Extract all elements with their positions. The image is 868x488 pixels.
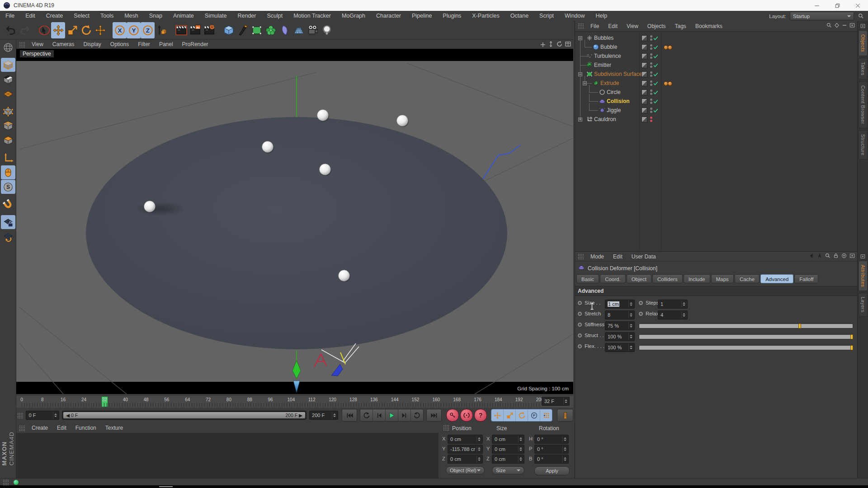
om-menu-bookmarks[interactable]: Bookmarks	[691, 22, 727, 31]
add-primitive-button[interactable]	[222, 22, 236, 38]
command-search-icon[interactable]	[858, 13, 864, 19]
simulation-button[interactable]: S	[1, 180, 15, 194]
viewport-orbit-icon[interactable]	[556, 41, 563, 49]
field-stepper[interactable]	[518, 446, 523, 453]
visibility-dot-editor[interactable]	[650, 53, 652, 56]
autokeying-button[interactable]	[460, 409, 473, 422]
restore-button[interactable]	[827, 0, 848, 11]
panel-grip[interactable]	[578, 23, 584, 29]
menu-render[interactable]: Render	[232, 11, 261, 21]
sphere-blue-icon[interactable]	[592, 43, 599, 51]
object-row-circle[interactable]: Circle	[575, 88, 857, 97]
enabled-check-icon[interactable]	[653, 53, 659, 59]
anim-ring[interactable]	[578, 301, 582, 305]
field-stepper[interactable]	[476, 446, 481, 453]
menu-x-particles[interactable]: X-Particles	[467, 11, 505, 21]
viewport-zoom-icon[interactable]	[547, 41, 554, 49]
planar-workplane-button[interactable]	[1, 230, 15, 244]
am-target-icon[interactable]	[841, 253, 847, 261]
coordinate-system-button[interactable]	[155, 22, 169, 38]
visibility-dot-editor[interactable]	[650, 35, 652, 38]
om-menu-view[interactable]: View	[622, 22, 643, 31]
enabled-check-icon[interactable]	[653, 98, 659, 104]
object-row-bubble[interactable]: Bubble	[575, 42, 857, 52]
object-row-turbulence[interactable]: Turbulence	[575, 52, 857, 61]
layer-toggle[interactable]	[642, 62, 647, 68]
modifiers-button[interactable]	[264, 22, 278, 38]
light-button[interactable]	[320, 22, 334, 38]
extrude-green-icon[interactable]	[592, 80, 599, 87]
om-menu-file[interactable]: File	[586, 22, 604, 31]
panel-grip[interactable]	[19, 42, 25, 47]
coords-field-rotation-p[interactable]: 0 °	[534, 445, 569, 454]
field-stepper[interactable]	[681, 311, 686, 319]
current-frame-field[interactable]: 32 F	[542, 397, 570, 406]
menu-octane[interactable]: Octane	[505, 11, 534, 21]
circle-spline-icon[interactable]	[599, 89, 606, 96]
om-menu-tags[interactable]: Tags	[670, 22, 691, 31]
tab-colliders[interactable]: Colliders	[652, 274, 683, 283]
workplane-mode-button[interactable]	[1, 87, 15, 101]
jiggle-purple-icon[interactable]	[599, 107, 606, 114]
timeline-ruler[interactable]: 0816243240485664728088961041121201281361…	[16, 396, 573, 408]
tab-maps[interactable]: Maps	[711, 274, 734, 283]
tab-include[interactable]: Include	[684, 274, 710, 283]
viewport-pan-icon[interactable]	[539, 41, 546, 49]
field-stepper[interactable]	[518, 436, 523, 443]
object-label[interactable]: Emitter	[594, 62, 611, 68]
coords-size-dropdown[interactable]: Size	[492, 466, 524, 474]
panel-grip[interactable]	[3, 479, 9, 485]
object-label[interactable]: Jiggle	[607, 107, 621, 113]
am-menu-user-data[interactable]: User Data	[627, 252, 660, 261]
key-position-button[interactable]	[491, 409, 504, 421]
enable-axis-button[interactable]	[1, 151, 15, 165]
object-row-extrude[interactable]: −Extrude	[575, 79, 857, 88]
am-cursorup-icon[interactable]	[816, 253, 823, 261]
object-label[interactable]: Subdivision Surface	[594, 71, 642, 77]
field-stepper[interactable]	[681, 300, 686, 308]
rotate-tool-button[interactable]	[79, 22, 93, 38]
manager-new-panel-icon[interactable]	[859, 23, 866, 28]
viewport-canvas[interactable]	[16, 49, 573, 394]
last-used-tool-button[interactable]	[93, 22, 107, 38]
view-label[interactable]: Perspective	[20, 50, 54, 57]
param-field-size[interactable]: 1 cm	[605, 300, 635, 309]
coords-field-size-y[interactable]: 0 cm	[492, 445, 524, 454]
record-keyframe-button[interactable]	[446, 409, 459, 422]
visibility-dot-render[interactable]	[650, 38, 652, 41]
manager-tab-takes[interactable]: Takes	[859, 58, 868, 80]
menu-pipeline[interactable]: Pipeline	[406, 11, 437, 21]
key-pla-button[interactable]	[540, 409, 552, 421]
anim-ring[interactable]	[639, 312, 643, 316]
menu-plugins[interactable]: Plugins	[437, 11, 467, 21]
enabled-check-icon[interactable]	[653, 71, 659, 77]
move-tool-button[interactable]	[51, 22, 65, 38]
apply-button[interactable]: Apply	[534, 466, 570, 475]
visibility-dot-render[interactable]	[650, 47, 652, 50]
lock-workplane-button[interactable]	[1, 215, 15, 229]
layer-toggle[interactable]	[642, 71, 647, 77]
make-editable-button[interactable]	[1, 40, 15, 54]
menu-motion-tracker[interactable]: Motion Tracker	[288, 11, 336, 21]
am-lock-icon[interactable]	[833, 253, 839, 261]
redo-button[interactable]	[18, 22, 32, 38]
render-settings-button[interactable]	[202, 22, 216, 38]
am-plusbox-icon[interactable]	[849, 253, 855, 261]
menu-mesh[interactable]: Mesh	[119, 11, 144, 21]
layer-toggle[interactable]	[642, 80, 647, 86]
play-backwards-button[interactable]	[360, 409, 373, 421]
menu-select[interactable]: Select	[68, 11, 95, 21]
panel-grip[interactable]	[578, 253, 584, 259]
live-selection-button[interactable]	[37, 22, 51, 38]
slider-handle[interactable]	[850, 334, 853, 339]
snap-button[interactable]	[1, 197, 15, 211]
layer-toggle[interactable]	[642, 53, 647, 59]
attribute-tab-layers[interactable]: Layers	[859, 293, 868, 317]
panel-grip[interactable]	[17, 413, 23, 418]
frame-stepper[interactable]	[563, 398, 568, 405]
layer-toggle[interactable]	[642, 117, 647, 122]
menu-simulate[interactable]: Simulate	[199, 11, 232, 21]
layer-toggle[interactable]	[642, 108, 647, 113]
viewport-maximize-icon[interactable]	[565, 41, 571, 49]
next-frame-button[interactable]	[398, 409, 411, 421]
